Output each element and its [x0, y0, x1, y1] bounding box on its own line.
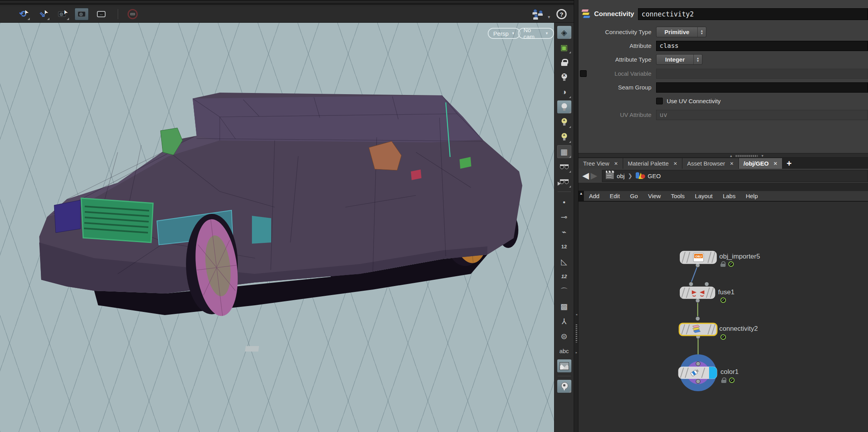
node-connectivity2[interactable]	[679, 323, 717, 335]
param-row-use-uv: Use UV Connectivity	[578, 96, 868, 106]
bulb-plus-ground-icon: +	[561, 133, 567, 141]
time-dependent-badge-icon[interactable]: ✓	[720, 297, 726, 303]
node-name-label[interactable]: color1	[720, 368, 739, 376]
back-button[interactable]: ◀	[582, 171, 589, 181]
desktop-users-button[interactable]: ▼	[532, 9, 551, 19]
network-side-strip[interactable]: ▲	[578, 191, 584, 201]
splitter-right-arrow[interactable]: ▸	[576, 351, 577, 354]
node-badges: ✓	[721, 377, 735, 383]
breadcrumb-item-obj[interactable]: obj	[605, 172, 625, 179]
splitter-left-arrow[interactable]: ◂	[576, 313, 577, 316]
pane-tab-bar: Tree View ✕ Material Palette ✕ Asset Bro…	[578, 158, 868, 169]
background-image-button[interactable]	[557, 359, 571, 372]
menu-go[interactable]: Go	[625, 193, 643, 199]
menu-edit[interactable]: Edit	[605, 193, 625, 199]
pane-splitter-horizontal[interactable]: ▲ ▼	[578, 153, 868, 158]
local-variable-field[interactable]	[656, 69, 868, 79]
seam-group-field[interactable]	[656, 82, 868, 93]
visualizers-button[interactable]	[557, 160, 571, 173]
prim-normals-button[interactable]: ◺	[557, 255, 571, 268]
spinner-icon: ▲▼	[697, 27, 706, 37]
close-icon[interactable]: ✕	[730, 161, 734, 166]
point-numbers-button[interactable]: 12	[557, 240, 571, 253]
tab-asset-browser[interactable]: Asset Browser ✕	[682, 158, 739, 169]
snapshot-disabled-button[interactable]	[128, 9, 138, 19]
select-tool-icon[interactable]: ⇘ ➤	[35, 8, 49, 20]
close-icon[interactable]: ✕	[614, 161, 618, 166]
visualizers-play-button[interactable]	[557, 175, 571, 188]
snapshot-icon	[130, 13, 135, 15]
hull-display-button[interactable]: ⌒	[557, 285, 571, 298]
attribute-labels-button[interactable]: abc	[557, 345, 571, 357]
network-editor[interactable]: OBJ	[578, 202, 868, 432]
cursor-icon: ➤	[61, 8, 70, 16]
node-name-label[interactable]: obj_importer5	[719, 253, 760, 261]
node-name-field[interactable]	[638, 8, 868, 20]
menu-view[interactable]: View	[643, 193, 666, 199]
pivot-display-button[interactable]: ⅄	[557, 315, 571, 328]
param-row-attribute-type: Attribute Type Integer ▲▼	[578, 54, 868, 65]
splitter-grip[interactable]	[576, 324, 577, 343]
time-dependent-badge-icon[interactable]: ✓	[720, 334, 726, 340]
glasses-play-icon	[560, 179, 569, 184]
zoom-box-icon: ↔	[97, 11, 106, 17]
add-tab-button[interactable]: +	[782, 158, 796, 169]
time-dependent-badge-icon[interactable]: ✓	[729, 377, 735, 383]
splitter-grip[interactable]	[736, 155, 758, 157]
node-color1[interactable]	[678, 367, 717, 379]
point-markers-button[interactable]: ⌁	[557, 225, 571, 238]
param-label: Local Variable	[439, 70, 651, 77]
network-path-bar: ◀ ▶ obj ❯ GEO	[578, 169, 868, 183]
menu-help[interactable]: Help	[740, 193, 763, 199]
param-label: Seam Group	[439, 84, 651, 91]
show-points-button[interactable]: ●	[557, 195, 571, 208]
breadcrumb-item-geo[interactable]: GEO	[636, 172, 661, 180]
close-icon[interactable]: ✕	[673, 161, 677, 166]
param-row-local-variable: Local Variable	[578, 68, 868, 79]
lock-badge-icon[interactable]	[720, 261, 726, 267]
checkbox-label: Use UV Connectivity	[667, 98, 721, 104]
time-dependent-badge-icon[interactable]: ✓	[728, 261, 734, 267]
zoom-region-button[interactable]: ↔	[94, 8, 108, 20]
splitter-down-arrow[interactable]: ▼	[761, 154, 764, 158]
param-row-uv-attribute: UV Attribute	[578, 109, 868, 120]
view-tool-icon[interactable]: ⟲ ➤	[16, 8, 30, 20]
use-uv-connectivity-checkbox[interactable]	[656, 98, 663, 104]
node-name-label[interactable]: fuse1	[718, 288, 735, 296]
pane-splitter-vertical[interactable]: ◂ ▸	[574, 0, 578, 432]
attribute-field[interactable]	[656, 41, 868, 51]
help-button[interactable]: ?	[556, 9, 567, 19]
camera-view-button[interactable]	[75, 8, 89, 20]
chevron-down-icon: ▼	[547, 15, 551, 19]
param-label: Attribute	[439, 42, 651, 49]
menu-value: Primitive	[656, 29, 697, 35]
tab-tree-view[interactable]: Tree View ✕	[578, 158, 623, 169]
obj-context-icon	[605, 172, 614, 179]
point-normals-button[interactable]: ⊸	[557, 210, 571, 223]
close-icon[interactable]: ✕	[773, 161, 777, 166]
snapshot-pin-button[interactable]	[557, 380, 571, 393]
uv-overlay-button[interactable]: ▩	[557, 300, 571, 313]
node-badges: ✓	[720, 261, 734, 267]
question-icon: ?	[560, 11, 563, 18]
geometry-icon	[636, 172, 645, 180]
node-obj-importer5[interactable]: OBJ	[680, 251, 717, 264]
tab-material-palette[interactable]: Material Palette ✕	[623, 158, 682, 169]
lighting-shadows-button[interactable]: +	[557, 130, 571, 143]
menu-layout[interactable]: Layout	[690, 193, 718, 199]
node-fuse1[interactable]	[680, 287, 715, 299]
prim-numbers-button[interactable]: 12	[557, 270, 571, 283]
connectivity-type-menu[interactable]: Primitive ▲▼	[656, 27, 706, 37]
shading-mode-button[interactable]: ▦	[557, 145, 571, 158]
attribute-type-menu[interactable]: Integer ▲▼	[656, 54, 702, 65]
menu-tools[interactable]: Tools	[666, 193, 690, 199]
tab-obj-geo[interactable]: /obj/GEO ✕	[739, 158, 782, 169]
splitter-up-arrow[interactable]: ▲	[729, 154, 733, 158]
node-name-label[interactable]: connectivity2	[719, 325, 758, 333]
group-display-button[interactable]: ⊜	[557, 330, 571, 343]
menu-add[interactable]: Add	[584, 193, 605, 199]
forward-button[interactable]: ▶	[591, 171, 597, 181]
menu-labs[interactable]: Labs	[718, 193, 741, 199]
lock-badge-icon[interactable]	[721, 377, 726, 383]
move-view-tool-icon[interactable]: ➤	[55, 8, 69, 20]
